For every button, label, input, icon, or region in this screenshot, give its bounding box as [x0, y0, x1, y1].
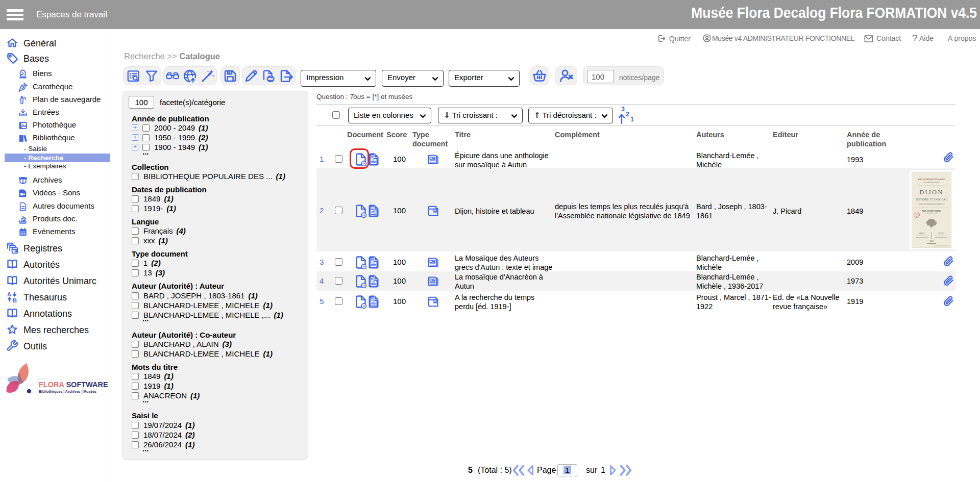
svg-text:DIJON: DIJON: [919, 189, 943, 196]
svg-text:HISTOIRE ET TABLEAU: HISTOIRE ET TABLEAU: [916, 198, 948, 201]
svg-text:DIJON: DIJON: [938, 233, 944, 235]
svg-text:JUSQU'À L'ASSEMBLÉE NATIONALE: JUSQU'À L'ASSEMBLÉE NATIONALE LÉGISLATIV…: [915, 207, 949, 209]
svg-text:PAR JOSEPH BARD: PAR JOSEPH BARD: [922, 210, 941, 212]
svg-text:PARIS: PARIS: [919, 233, 925, 235]
svg-text:DES HAUTES ŒUVRES: DES HAUTES ŒUVRES: [923, 182, 939, 184]
svg-text:1849: 1849: [929, 240, 934, 242]
svg-text:BIBLIOTHÈQUE POPULAIRE: BIBLIOTHÈQUE POPULAIRE: [918, 178, 945, 181]
svg-text:B.P: B.P: [916, 214, 918, 216]
